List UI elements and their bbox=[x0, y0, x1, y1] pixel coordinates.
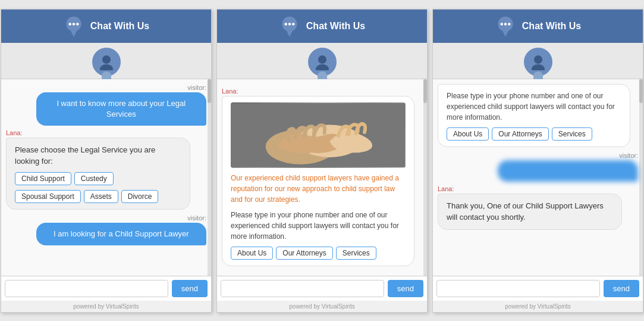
avatar-2 bbox=[308, 48, 337, 76]
chat-body-2: Lana: bbox=[217, 79, 427, 276]
chat-containers: Chat With Us visitor: I want to know mor… bbox=[0, 4, 644, 317]
svg-point-19 bbox=[500, 23, 503, 26]
svg-point-23 bbox=[532, 64, 545, 70]
svg-point-9 bbox=[284, 23, 287, 26]
tag-about-us-2[interactable]: About Us bbox=[231, 247, 273, 260]
chat-header-3: Chat With Us bbox=[433, 10, 643, 43]
avatar-icon-3 bbox=[530, 54, 546, 70]
avatar-area-1 bbox=[1, 43, 211, 79]
visitor-label-3: visitor: bbox=[438, 152, 638, 159]
chat-title-3: Chat With Us bbox=[522, 21, 581, 32]
chat-input-area-1: send bbox=[1, 276, 211, 301]
svg-point-3 bbox=[73, 23, 76, 26]
chat-input-1[interactable] bbox=[5, 280, 168, 297]
chat-footer-1: powered by VirtualSpirits bbox=[1, 301, 211, 312]
chat-widget-3: Chat With Us Please type in your phone n… bbox=[432, 9, 643, 313]
chat-footer-2: powered by VirtualSpirits bbox=[217, 301, 427, 312]
avatar-3 bbox=[524, 48, 552, 76]
chat-input-3[interactable] bbox=[436, 280, 600, 297]
lana-text-2b: Please type in your phone number and one… bbox=[231, 210, 406, 242]
chat-bubble-icon-3 bbox=[495, 15, 516, 37]
tag-spousal-support[interactable]: Spousal Support bbox=[15, 190, 81, 203]
svg-point-13 bbox=[316, 64, 329, 70]
svg-point-22 bbox=[534, 55, 542, 64]
avatar-icon-2 bbox=[314, 54, 331, 70]
tag-custedy[interactable]: Custedy bbox=[74, 172, 114, 185]
lana-text-2-orange: Our experienced child support lawyers ha… bbox=[231, 173, 406, 205]
svg-point-10 bbox=[288, 23, 291, 26]
send-button-2[interactable]: send bbox=[388, 280, 423, 297]
chat-title-2: Chat With Us bbox=[306, 21, 365, 32]
hands-illustration bbox=[231, 102, 406, 168]
tag-buttons-panel2: About Us Our Attorneys Services bbox=[231, 247, 406, 260]
visitor-bubble-1: I want to know more about your Legal Ser… bbox=[36, 92, 206, 126]
visitor-bubble-1b: I am looking for a Child Support Lawyer bbox=[36, 223, 206, 245]
lana-label-2: Lana: bbox=[222, 88, 422, 95]
lana-text-3a: Please type in your phone number and one… bbox=[447, 91, 621, 123]
chat-widget-2: Chat With Us Lana: bbox=[216, 9, 428, 313]
chat-header-1: Chat With Us bbox=[1, 10, 211, 43]
lana-label-3b: Lana: bbox=[438, 185, 638, 192]
svg-point-6 bbox=[100, 64, 113, 70]
tag-buttons-row1: Child Support Custedy bbox=[15, 172, 181, 185]
chat-widget-1: Chat With Us visitor: I want to know mor… bbox=[1, 9, 212, 313]
svg-point-5 bbox=[102, 55, 111, 64]
lana-bubble-2: Our experienced child support lawyers ha… bbox=[222, 96, 414, 266]
chat-body-3: Please type in your phone number and one… bbox=[433, 79, 643, 276]
tag-services-2[interactable]: Services bbox=[336, 247, 376, 260]
lana-label-1: Lana: bbox=[6, 129, 206, 136]
child-support-image bbox=[231, 102, 406, 168]
lana-bubble-3a: Please type in your phone number and one… bbox=[438, 84, 630, 147]
tag-child-support[interactable]: Child Support bbox=[15, 172, 71, 185]
svg-point-4 bbox=[76, 23, 79, 26]
lana-text-3b: Thank you, One of our Child Support Lawy… bbox=[447, 201, 604, 222]
chat-header-2: Chat With Us bbox=[217, 10, 427, 43]
svg-marker-18 bbox=[502, 30, 508, 37]
tag-buttons-panel3: About Us Our Attorneys Services bbox=[447, 127, 621, 141]
svg-point-12 bbox=[318, 55, 326, 64]
lana-bubble-1: Please choose the Legal Service you are … bbox=[6, 138, 190, 210]
send-button-3[interactable]: send bbox=[604, 280, 639, 297]
svg-point-11 bbox=[292, 23, 295, 26]
chat-bubble-icon-2 bbox=[279, 15, 300, 37]
svg-point-2 bbox=[68, 23, 71, 26]
chat-body-1: visitor: I want to know more about your … bbox=[1, 79, 211, 276]
visitor-bubble-blurred-3 bbox=[498, 160, 638, 182]
tag-our-attorneys-3[interactable]: Our Attorneys bbox=[492, 127, 548, 141]
chat-title-1: Chat With Us bbox=[90, 21, 149, 32]
avatar-1 bbox=[92, 48, 121, 76]
tag-about-us-3[interactable]: About Us bbox=[447, 127, 489, 141]
lana-text-1: Please choose the Legal Service you are … bbox=[15, 145, 155, 166]
lana-bubble-3b: Thank you, One of our Child Support Lawy… bbox=[438, 194, 622, 230]
avatar-area-2 bbox=[217, 43, 427, 79]
tag-assets[interactable]: Assets bbox=[84, 190, 118, 203]
avatar-area-3 bbox=[433, 43, 643, 79]
chat-input-area-3: send bbox=[433, 276, 643, 301]
tag-buttons-row2: Spousal Support Assets Divorce bbox=[15, 190, 181, 203]
chat-footer-3: powered by VirtualSpirits bbox=[433, 301, 643, 312]
tag-our-attorneys-2[interactable]: Our Attorneys bbox=[276, 247, 332, 260]
visitor-label-1: visitor: bbox=[6, 84, 206, 91]
chat-input-area-2: send bbox=[217, 276, 427, 301]
avatar-icon-1 bbox=[98, 54, 115, 70]
svg-point-20 bbox=[504, 23, 507, 26]
chat-input-2[interactable] bbox=[221, 280, 384, 297]
chat-bubble-icon-1 bbox=[63, 15, 84, 37]
tag-divorce[interactable]: Divorce bbox=[121, 190, 159, 203]
svg-marker-1 bbox=[70, 30, 77, 37]
visitor-label-1b: visitor: bbox=[6, 214, 206, 222]
svg-point-21 bbox=[508, 23, 511, 26]
send-button-1[interactable]: send bbox=[172, 280, 208, 297]
svg-marker-8 bbox=[286, 30, 293, 37]
tag-services-3[interactable]: Services bbox=[552, 127, 592, 141]
